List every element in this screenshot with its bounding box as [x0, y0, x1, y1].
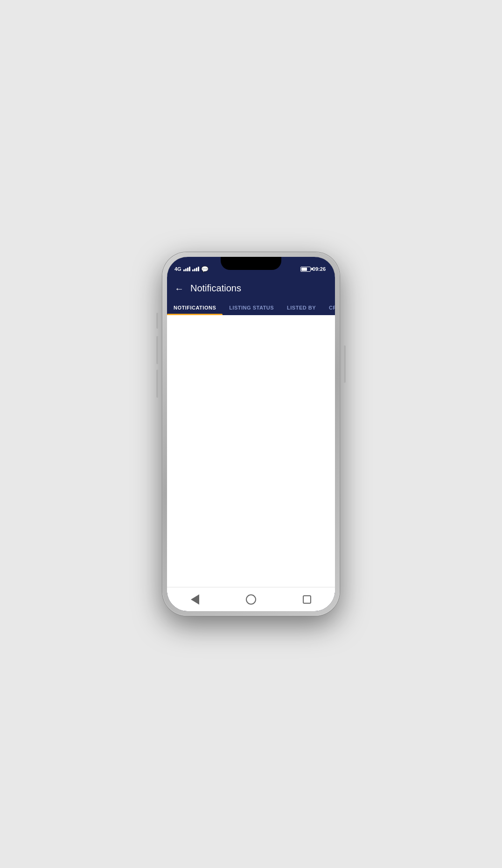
- page-title: Notifications: [190, 283, 241, 294]
- time-text: 09:26: [313, 266, 326, 272]
- tabs-bar: NOTIFICATIONS LISTING STATUS LISTED BY C…: [167, 300, 335, 315]
- back-nav-icon: [191, 594, 199, 605]
- home-nav-icon: [246, 594, 256, 605]
- signal-bar2-4: [198, 267, 199, 271]
- signal-bar2-3: [196, 268, 197, 271]
- signal-bar2-2: [194, 269, 195, 271]
- signal-bar-3: [187, 268, 188, 271]
- phone-wrapper: 4G 💬: [153, 234, 349, 634]
- power-button: [344, 345, 346, 383]
- volume-up-button: [156, 336, 158, 364]
- battery-icon: [300, 267, 311, 272]
- back-button[interactable]: ←: [174, 284, 184, 293]
- phone-frame: 4G 💬: [162, 252, 340, 616]
- back-nav-button[interactable]: [186, 590, 204, 609]
- phone-screen: 4G 💬: [167, 257, 335, 611]
- content-area: [167, 315, 335, 587]
- signal-bar-2: [185, 269, 187, 271]
- recent-nav-icon: [303, 595, 311, 604]
- signal-bar-1: [183, 269, 185, 271]
- signal-bar-4: [189, 267, 190, 271]
- battery-fill: [301, 268, 307, 271]
- carrier-text: 4G: [174, 266, 181, 272]
- home-nav-button[interactable]: [242, 590, 260, 609]
- tab-listing-status[interactable]: LISTING STATUS: [223, 300, 280, 315]
- status-right: 09:26: [300, 266, 326, 272]
- tab-credits[interactable]: CREDI: [322, 300, 335, 315]
- app-header: ← Notifications: [167, 277, 335, 300]
- signal-bars-2: [192, 267, 199, 271]
- volume-down-button: [156, 370, 158, 398]
- recent-nav-button[interactable]: [298, 590, 316, 609]
- signal-bar2-1: [192, 269, 194, 271]
- signal-bars: [183, 267, 190, 271]
- app-screen: 4G 💬: [167, 257, 335, 611]
- bottom-nav: [167, 587, 335, 611]
- mute-button: [156, 313, 158, 329]
- status-left: 4G 💬: [174, 266, 209, 273]
- tab-listed-by[interactable]: LISTED BY: [280, 300, 322, 315]
- whatsapp-icon: 💬: [201, 266, 209, 273]
- notch: [221, 257, 281, 270]
- tab-notifications[interactable]: NOTIFICATIONS: [167, 300, 223, 315]
- status-bar: 4G 💬: [167, 257, 335, 277]
